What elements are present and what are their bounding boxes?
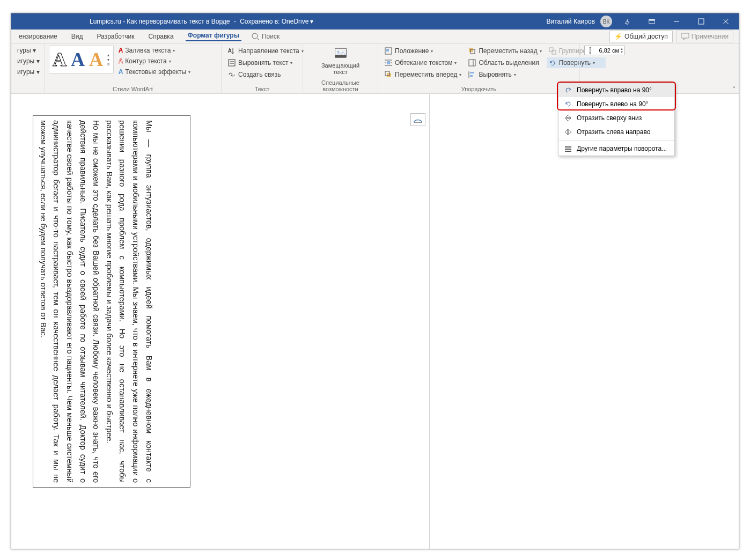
tab-view[interactable]: Вид [69, 33, 85, 40]
text-box-shape[interactable]: Мы — группа энтузиастов, одержимых идеей… [33, 115, 190, 488]
svg-rect-37 [565, 151, 571, 152]
share-icon: ⚡ [614, 33, 622, 40]
chevron-down-icon: ▾ [310, 18, 313, 25]
align-button[interactable]: Выровнять▾ [466, 69, 543, 80]
tab-help[interactable]: Справка [146, 33, 175, 40]
create-link-button[interactable]: Создать связь [226, 69, 305, 80]
text-direction-button[interactable]: AНаправление текста▾ [226, 46, 305, 56]
onedrive-location[interactable]: OneDrive ▾ [282, 18, 314, 25]
tab-developer[interactable]: Разработчик [95, 33, 137, 40]
position-button[interactable]: Положение▾ [383, 46, 463, 56]
position-icon [384, 47, 393, 55]
comment-icon [681, 32, 689, 41]
svg-rect-35 [565, 146, 571, 148]
group-wordart: A A A ▴▾≡ AЗаливка текста▾ AКонтур текст… [45, 43, 222, 93]
bring-forward-button[interactable]: Переместить вперед▾ [383, 69, 463, 80]
text-group-label: Текст [226, 85, 298, 92]
height-spinner[interactable]: ▲▼ [620, 47, 623, 54]
group-accessibility: Замещающий текст Специальные возможности [303, 43, 378, 93]
svg-rect-14 [335, 55, 346, 58]
svg-rect-1 [649, 19, 655, 20]
height-field[interactable] [595, 47, 619, 54]
svg-rect-33 [552, 50, 556, 54]
shapes-btn-1[interactable]: гуры ▾ [16, 46, 41, 55]
tab-review[interactable]: ензирование [17, 33, 60, 40]
svg-text:A: A [228, 48, 232, 54]
effects-icon[interactable] [617, 13, 637, 30]
comments-button[interactable]: Примечания [676, 31, 733, 42]
ribbon-display-icon[interactable] [642, 13, 661, 30]
more-options-icon [564, 144, 572, 153]
svg-rect-18 [387, 61, 390, 64]
bring-forward-icon [384, 70, 393, 79]
text-fill-button[interactable]: AЗаливка текста▾ [117, 46, 192, 55]
group-icon [548, 47, 557, 55]
share-button[interactable]: ⚡ Общий доступ [609, 31, 673, 42]
layout-options-button[interactable] [410, 113, 425, 126]
text-outline-button[interactable]: AКонтур текста▾ [117, 56, 192, 66]
rotate-left-icon [564, 100, 572, 108]
svg-rect-8 [681, 33, 689, 38]
saved-to-label: Сохранено в: [240, 18, 280, 25]
text-box-content[interactable]: Мы — группа энтузиастов, одержимых идеей… [36, 120, 156, 483]
svg-point-6 [252, 33, 258, 39]
more-rotation-options-item[interactable]: Другие параметры поворота... [558, 142, 674, 156]
text-effects-button[interactable]: AТекстовые эффекты▾ [117, 67, 192, 77]
svg-rect-31 [470, 75, 473, 77]
wrap-text-button[interactable]: Обтекание текстом▾ [383, 57, 463, 68]
text-outline-icon: A [119, 57, 123, 65]
avatar[interactable]: ВК [600, 16, 612, 27]
arrange-group-label: Упорядочить [383, 85, 575, 92]
align-icon [468, 70, 476, 79]
user-name[interactable]: Виталий Каиров [546, 18, 595, 25]
flip-vertical-item[interactable]: Отразить сверху вниз [558, 111, 674, 125]
paragraph-1: Мы — группа энтузиастов, одержимых идеей… [102, 120, 156, 483]
collapse-ribbon-icon[interactable]: ˄ [733, 86, 736, 92]
ribbon-tabs: ензирование Вид Разработчик Справка Форм… [11, 30, 739, 43]
svg-rect-23 [387, 73, 391, 77]
svg-rect-17 [386, 49, 389, 51]
text-fill-icon: A [119, 47, 123, 54]
wordart-gallery[interactable]: A A A ▴▾≡ [49, 46, 114, 73]
align-text-icon [227, 58, 236, 67]
accessibility-group-label: Специальные возможности [307, 79, 373, 92]
height-input[interactable]: ▲▼ [584, 46, 625, 55]
maximize-button[interactable] [692, 13, 711, 30]
rotate-left-90-item[interactable]: Повернуть влево на 90° [558, 97, 674, 111]
svg-rect-30 [470, 72, 474, 73]
align-text-button[interactable]: Выровнять текст▾ [226, 57, 305, 68]
svg-rect-3 [698, 19, 704, 24]
send-backward-icon [468, 47, 476, 55]
shapes-btn-3[interactable]: игуры ▾ [16, 67, 41, 77]
rotate-icon [548, 58, 557, 67]
document-area[interactable]: Мы — группа энтузиастов, одержимых идеей… [11, 94, 739, 549]
close-button[interactable] [716, 13, 736, 30]
svg-rect-10 [229, 60, 235, 66]
text-effects-icon: A [119, 68, 123, 76]
alt-text-button[interactable]: Замещающий текст [328, 46, 353, 75]
tab-shape-format[interactable]: Формат фигуры [186, 32, 241, 41]
shapes-btn-2[interactable]: игуры ▾ [16, 56, 41, 66]
link-icon [227, 70, 236, 79]
search-icon [251, 32, 260, 41]
height-icon [586, 46, 594, 55]
flip-horizontal-item[interactable]: Отразить слева направо [558, 125, 674, 139]
svg-rect-32 [549, 48, 553, 51]
svg-rect-36 [565, 149, 571, 150]
wordart-style-2[interactable]: A [71, 48, 85, 71]
document-title: Lumpics.ru - Как переворачивать текст в … [90, 18, 230, 25]
paragraph-2: Но мы не сможем это сделать без Вашей об… [36, 120, 102, 483]
gallery-more-icon[interactable]: ▴▾≡ [107, 53, 110, 67]
svg-rect-27 [469, 60, 475, 66]
selection-pane-button[interactable]: Область выделения [466, 57, 543, 68]
send-backward-button[interactable]: Переместить назад▾ [466, 46, 543, 56]
minimize-button[interactable] [667, 13, 686, 30]
wordart-style-1[interactable]: A [53, 48, 67, 71]
group-shapes-partial: гуры ▾ игуры ▾ игуры ▾ [11, 43, 45, 93]
rotate-right-90-item[interactable]: Повернуть вправо на 90° [558, 83, 674, 97]
search-box[interactable]: Поиск [251, 32, 280, 41]
wrap-text-icon [384, 58, 393, 67]
wordart-group-label: Стили WordArt [49, 85, 217, 92]
flip-vertical-icon [564, 114, 572, 122]
wordart-style-3[interactable]: A [89, 48, 103, 71]
